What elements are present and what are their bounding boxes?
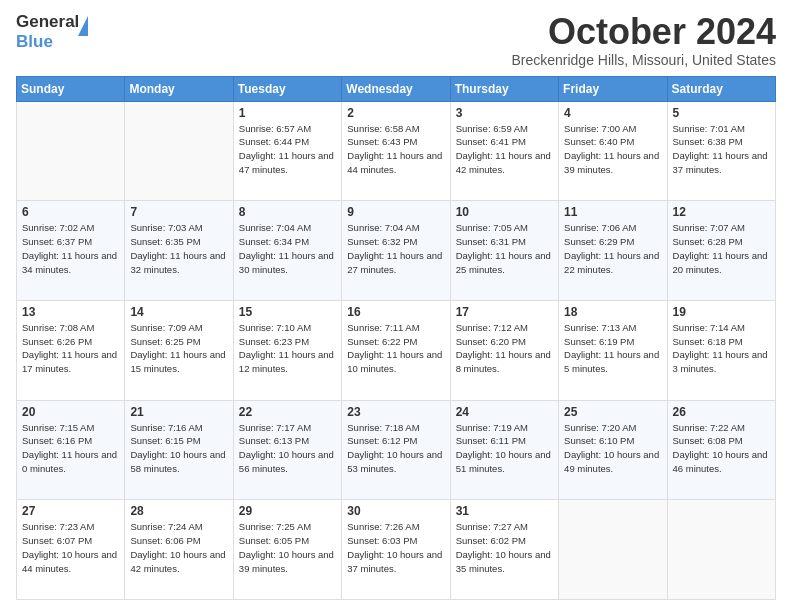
day-number: 25	[564, 405, 661, 419]
table-row: 18Sunrise: 7:13 AMSunset: 6:19 PMDayligh…	[559, 300, 667, 400]
day-info: Sunrise: 7:20 AMSunset: 6:10 PMDaylight:…	[564, 421, 661, 476]
day-info: Sunrise: 7:03 AMSunset: 6:35 PMDaylight:…	[130, 221, 227, 276]
day-number: 27	[22, 504, 119, 518]
table-row: 20Sunrise: 7:15 AMSunset: 6:16 PMDayligh…	[17, 400, 125, 500]
day-info: Sunrise: 7:27 AMSunset: 6:02 PMDaylight:…	[456, 520, 553, 575]
table-row: 6Sunrise: 7:02 AMSunset: 6:37 PMDaylight…	[17, 201, 125, 301]
table-row: 28Sunrise: 7:24 AMSunset: 6:06 PMDayligh…	[125, 500, 233, 600]
table-row: 4Sunrise: 7:00 AMSunset: 6:40 PMDaylight…	[559, 101, 667, 201]
day-info: Sunrise: 7:10 AMSunset: 6:23 PMDaylight:…	[239, 321, 336, 376]
day-info: Sunrise: 7:26 AMSunset: 6:03 PMDaylight:…	[347, 520, 444, 575]
day-number: 5	[673, 106, 770, 120]
calendar-table: Sunday Monday Tuesday Wednesday Thursday…	[16, 76, 776, 600]
day-number: 7	[130, 205, 227, 219]
table-row: 1Sunrise: 6:57 AMSunset: 6:44 PMDaylight…	[233, 101, 341, 201]
header: General Blue October 2024 Breckenridge H…	[16, 12, 776, 68]
day-info: Sunrise: 7:06 AMSunset: 6:29 PMDaylight:…	[564, 221, 661, 276]
day-info: Sunrise: 6:58 AMSunset: 6:43 PMDaylight:…	[347, 122, 444, 177]
day-number: 21	[130, 405, 227, 419]
day-number: 26	[673, 405, 770, 419]
table-row: 13Sunrise: 7:08 AMSunset: 6:26 PMDayligh…	[17, 300, 125, 400]
day-number: 11	[564, 205, 661, 219]
col-saturday: Saturday	[667, 76, 775, 101]
day-info: Sunrise: 7:11 AMSunset: 6:22 PMDaylight:…	[347, 321, 444, 376]
day-info: Sunrise: 7:24 AMSunset: 6:06 PMDaylight:…	[130, 520, 227, 575]
day-number: 13	[22, 305, 119, 319]
table-row	[559, 500, 667, 600]
calendar-week-row: 20Sunrise: 7:15 AMSunset: 6:16 PMDayligh…	[17, 400, 776, 500]
logo-sail-icon	[78, 16, 88, 36]
day-number: 19	[673, 305, 770, 319]
table-row: 26Sunrise: 7:22 AMSunset: 6:08 PMDayligh…	[667, 400, 775, 500]
calendar-header-row: Sunday Monday Tuesday Wednesday Thursday…	[17, 76, 776, 101]
day-number: 3	[456, 106, 553, 120]
day-number: 10	[456, 205, 553, 219]
calendar-week-row: 27Sunrise: 7:23 AMSunset: 6:07 PMDayligh…	[17, 500, 776, 600]
day-info: Sunrise: 7:14 AMSunset: 6:18 PMDaylight:…	[673, 321, 770, 376]
table-row	[667, 500, 775, 600]
day-info: Sunrise: 7:22 AMSunset: 6:08 PMDaylight:…	[673, 421, 770, 476]
table-row: 17Sunrise: 7:12 AMSunset: 6:20 PMDayligh…	[450, 300, 558, 400]
table-row: 16Sunrise: 7:11 AMSunset: 6:22 PMDayligh…	[342, 300, 450, 400]
day-info: Sunrise: 7:04 AMSunset: 6:34 PMDaylight:…	[239, 221, 336, 276]
day-number: 22	[239, 405, 336, 419]
table-row: 7Sunrise: 7:03 AMSunset: 6:35 PMDaylight…	[125, 201, 233, 301]
day-number: 18	[564, 305, 661, 319]
col-monday: Monday	[125, 76, 233, 101]
col-wednesday: Wednesday	[342, 76, 450, 101]
day-number: 17	[456, 305, 553, 319]
table-row	[17, 101, 125, 201]
table-row: 27Sunrise: 7:23 AMSunset: 6:07 PMDayligh…	[17, 500, 125, 600]
day-info: Sunrise: 7:02 AMSunset: 6:37 PMDaylight:…	[22, 221, 119, 276]
table-row: 24Sunrise: 7:19 AMSunset: 6:11 PMDayligh…	[450, 400, 558, 500]
location: Breckenridge Hills, Missouri, United Sta…	[511, 52, 776, 68]
table-row: 12Sunrise: 7:07 AMSunset: 6:28 PMDayligh…	[667, 201, 775, 301]
table-row: 11Sunrise: 7:06 AMSunset: 6:29 PMDayligh…	[559, 201, 667, 301]
day-info: Sunrise: 7:23 AMSunset: 6:07 PMDaylight:…	[22, 520, 119, 575]
col-tuesday: Tuesday	[233, 76, 341, 101]
day-info: Sunrise: 6:57 AMSunset: 6:44 PMDaylight:…	[239, 122, 336, 177]
table-row	[125, 101, 233, 201]
month-title: October 2024	[511, 12, 776, 52]
table-row: 23Sunrise: 7:18 AMSunset: 6:12 PMDayligh…	[342, 400, 450, 500]
day-number: 8	[239, 205, 336, 219]
day-number: 31	[456, 504, 553, 518]
day-number: 30	[347, 504, 444, 518]
table-row: 3Sunrise: 6:59 AMSunset: 6:41 PMDaylight…	[450, 101, 558, 201]
day-number: 14	[130, 305, 227, 319]
table-row: 15Sunrise: 7:10 AMSunset: 6:23 PMDayligh…	[233, 300, 341, 400]
day-info: Sunrise: 7:25 AMSunset: 6:05 PMDaylight:…	[239, 520, 336, 575]
day-number: 28	[130, 504, 227, 518]
day-number: 20	[22, 405, 119, 419]
title-area: October 2024 Breckenridge Hills, Missour…	[511, 12, 776, 68]
col-friday: Friday	[559, 76, 667, 101]
day-info: Sunrise: 7:04 AMSunset: 6:32 PMDaylight:…	[347, 221, 444, 276]
day-info: Sunrise: 7:19 AMSunset: 6:11 PMDaylight:…	[456, 421, 553, 476]
table-row: 21Sunrise: 7:16 AMSunset: 6:15 PMDayligh…	[125, 400, 233, 500]
day-info: Sunrise: 7:17 AMSunset: 6:13 PMDaylight:…	[239, 421, 336, 476]
table-row: 22Sunrise: 7:17 AMSunset: 6:13 PMDayligh…	[233, 400, 341, 500]
table-row: 30Sunrise: 7:26 AMSunset: 6:03 PMDayligh…	[342, 500, 450, 600]
day-number: 15	[239, 305, 336, 319]
day-number: 9	[347, 205, 444, 219]
day-info: Sunrise: 7:09 AMSunset: 6:25 PMDaylight:…	[130, 321, 227, 376]
day-number: 4	[564, 106, 661, 120]
day-number: 1	[239, 106, 336, 120]
day-number: 24	[456, 405, 553, 419]
day-info: Sunrise: 7:08 AMSunset: 6:26 PMDaylight:…	[22, 321, 119, 376]
table-row: 19Sunrise: 7:14 AMSunset: 6:18 PMDayligh…	[667, 300, 775, 400]
table-row: 14Sunrise: 7:09 AMSunset: 6:25 PMDayligh…	[125, 300, 233, 400]
logo: General Blue	[16, 12, 96, 56]
table-row: 31Sunrise: 7:27 AMSunset: 6:02 PMDayligh…	[450, 500, 558, 600]
day-info: Sunrise: 6:59 AMSunset: 6:41 PMDaylight:…	[456, 122, 553, 177]
calendar-week-row: 6Sunrise: 7:02 AMSunset: 6:37 PMDaylight…	[17, 201, 776, 301]
day-number: 2	[347, 106, 444, 120]
table-row: 2Sunrise: 6:58 AMSunset: 6:43 PMDaylight…	[342, 101, 450, 201]
logo-general: General	[16, 12, 79, 32]
table-row: 5Sunrise: 7:01 AMSunset: 6:38 PMDaylight…	[667, 101, 775, 201]
day-info: Sunrise: 7:16 AMSunset: 6:15 PMDaylight:…	[130, 421, 227, 476]
col-sunday: Sunday	[17, 76, 125, 101]
day-number: 6	[22, 205, 119, 219]
logo-blue: Blue	[16, 32, 53, 52]
day-number: 16	[347, 305, 444, 319]
